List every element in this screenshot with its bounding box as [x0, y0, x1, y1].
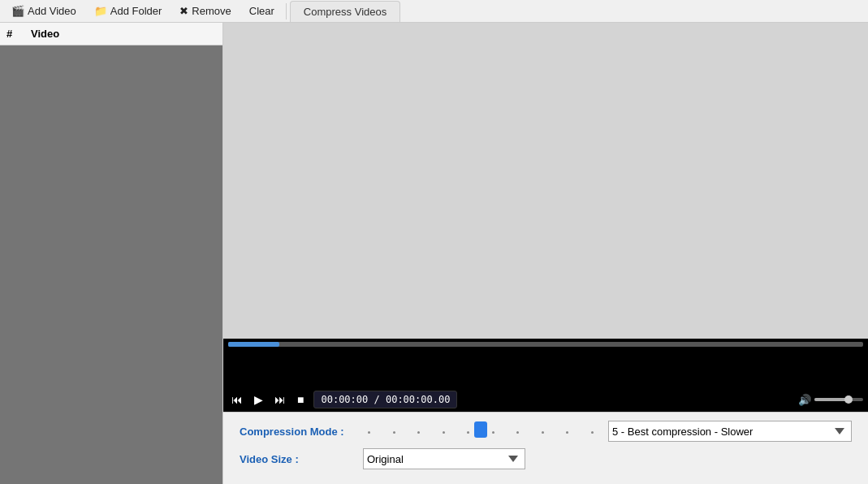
- remove-icon: ✖: [179, 5, 188, 17]
- toolbar-separator: [286, 3, 287, 19]
- player-controls: ⏮ ▶ ⏭ ■ 00:00:00 / 00:00:00.00 🔊: [228, 391, 863, 408]
- remove-label: Remove: [192, 5, 231, 17]
- dot-3: [417, 431, 420, 434]
- player-volume-area: 🔊: [798, 394, 863, 406]
- dot-2: [393, 431, 395, 434]
- video-size-row: Video Size : Original480p720p1080p: [240, 448, 852, 469]
- add-video-button[interactable]: 🎬 Add Video: [3, 1, 84, 22]
- remove-button[interactable]: ✖ Remove: [171, 1, 239, 22]
- skip-back-button[interactable]: ⏮: [228, 391, 246, 408]
- dot-8: [542, 431, 544, 434]
- preview-area: [223, 23, 868, 339]
- volume-fill: [814, 398, 849, 401]
- file-list-body[interactable]: [0, 45, 222, 484]
- add-video-icon: 🎬: [11, 5, 24, 17]
- dot-9: [566, 431, 568, 434]
- dot-1: [368, 431, 370, 434]
- clear-button[interactable]: Clear: [241, 1, 283, 22]
- dot-4: [443, 431, 445, 434]
- col-video: Video: [31, 28, 59, 40]
- video-size-label: Video Size :: [240, 453, 353, 465]
- compression-mode-row: Compression Mode :: [240, 421, 852, 442]
- settings-panel: Compression Mode :: [223, 412, 868, 484]
- dot-10: [591, 431, 594, 434]
- compression-slider-container: [363, 430, 598, 434]
- compression-mode-label: Compression Mode :: [240, 426, 353, 438]
- player-time-display: 00:00:00 / 00:00:00.00: [313, 391, 457, 408]
- add-video-label: Add Video: [28, 5, 76, 17]
- video-progress-fill: [228, 342, 279, 347]
- volume-icon: 🔊: [798, 394, 811, 406]
- add-folder-button[interactable]: 📁 Add Folder: [86, 1, 171, 22]
- dot-5: [467, 431, 469, 434]
- col-hash: #: [6, 28, 31, 40]
- video-size-select[interactable]: Original480p720p1080p: [363, 448, 525, 469]
- compress-videos-label: Compress Videos: [304, 6, 386, 18]
- stop-button[interactable]: ■: [294, 391, 307, 408]
- compression-mode-select[interactable]: 0 - No compression1 - Fastest2 - Fast3 -…: [608, 421, 852, 442]
- dot-6: [492, 431, 494, 434]
- video-progress-bar[interactable]: [228, 342, 863, 347]
- file-list-header: # Video: [0, 23, 222, 45]
- video-player: ⏮ ▶ ⏭ ■ 00:00:00 / 00:00:00.00 🔊: [223, 339, 868, 412]
- compression-slider-thumb[interactable]: [474, 421, 487, 438]
- file-list-panel: # Video: [0, 23, 223, 484]
- main-content: # Video ⏮ ▶ ⏭ ■ 00:00:00 / 00:00:00.00 🔊: [0, 23, 868, 484]
- clear-label: Clear: [249, 5, 274, 17]
- volume-thumb: [844, 395, 853, 404]
- volume-slider[interactable]: [814, 398, 863, 401]
- right-panel: ⏮ ▶ ⏭ ■ 00:00:00 / 00:00:00.00 🔊 Compres…: [223, 23, 868, 484]
- compress-videos-tab[interactable]: Compress Videos: [290, 1, 400, 22]
- dot-7: [516, 431, 519, 434]
- play-button[interactable]: ▶: [251, 391, 266, 408]
- toolbar: 🎬 Add Video 📁 Add Folder ✖ Remove Clear …: [0, 0, 868, 23]
- add-folder-label: Add Folder: [110, 5, 162, 17]
- skip-forward-button[interactable]: ⏭: [271, 391, 289, 408]
- add-folder-icon: 📁: [94, 5, 107, 17]
